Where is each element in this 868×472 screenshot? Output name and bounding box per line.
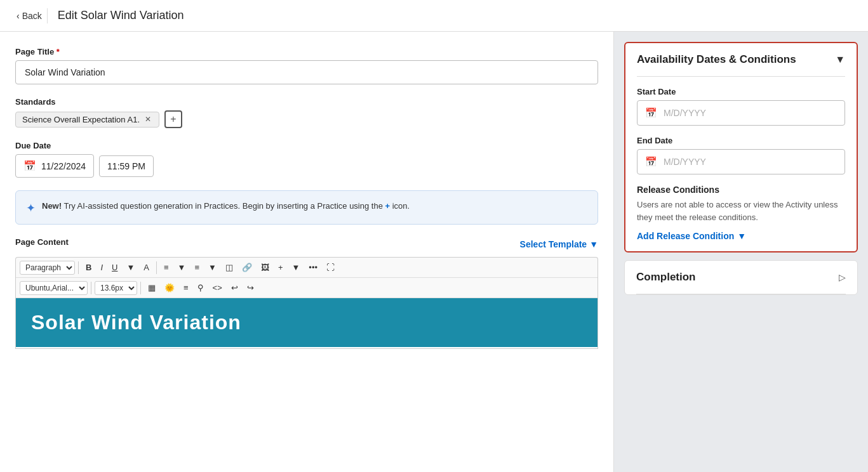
availability-card: Availability Dates & Conditions ▼ Start … [624,42,858,252]
page-content-header: Page Content Select Template ▼ [15,237,598,251]
app-header: ‹ Back Edit Solar Wind Variation [0,0,868,32]
right-panel: Availability Dates & Conditions ▼ Start … [614,32,868,472]
page-title-section: Page Title * [15,47,598,84]
paragraph-select[interactable]: Paragraph [20,261,75,275]
availability-card-header[interactable]: Availability Dates & Conditions ▼ [625,43,857,76]
left-panel: Page Title * Standards Science Overall E… [0,32,614,472]
highlight-button[interactable]: 🌞 [161,280,178,295]
editor-toolbar: Paragraph B I U ▼ A ≡ ▼ ≡ ▼ ◫ 🔗 🖼 + [15,257,598,298]
availability-chevron-down-icon: ▼ [835,54,845,65]
page-title: Edit Solar Wind Variation [58,9,184,22]
standards-row: Science Overall Expectation A1. ✕ + [15,110,598,128]
fullscreen-button[interactable]: ⛶ [323,260,338,275]
source-button[interactable]: <> [209,280,226,295]
link-button[interactable]: 🔗 [238,260,256,275]
availability-title: Availability Dates & Conditions [637,53,796,66]
more-button[interactable]: ••• [305,260,321,275]
completion-chevron-right-icon: ▷ [839,272,846,282]
italic-button[interactable]: I [97,260,107,275]
chevron-down-icon: ▼ [589,239,598,249]
due-time-picker[interactable]: 11:59 PM [99,155,154,177]
end-date-calendar-icon: 📅 [645,156,657,167]
end-date-label: End Date [637,136,845,145]
insert-button[interactable]: + [274,260,287,275]
completion-title: Completion [636,271,696,284]
list-button[interactable]: ≡ [190,260,203,275]
main-layout: Page Title * Standards Science Overall E… [0,32,868,472]
page-content-section: Page Content Select Template ▼ Paragraph… [15,237,598,349]
underline-dropdown-button[interactable]: ▼ [123,260,138,275]
standard-tag-text: Science Overall Expectation A1. [22,115,140,124]
due-date-section: Due Date 📅 11/22/2024 11:59 PM [15,141,598,178]
due-date-row: 📅 11/22/2024 11:59 PM [15,154,598,178]
format-painter-button[interactable]: ▦ [144,280,159,295]
font-color-button[interactable]: A [140,260,153,275]
toolbar-row1: Paragraph B I U ▼ A ≡ ▼ ≡ ▼ ◫ 🔗 🖼 + [16,258,598,278]
image-button[interactable]: 🖼 [257,260,273,275]
select-template-label: Select Template [520,239,587,249]
font-size-select[interactable]: 13.6px [95,281,137,295]
standards-label: Standards [15,97,598,107]
due-date-picker[interactable]: 📅 11/22/2024 [15,154,94,178]
start-date-calendar-icon: 📅 [645,107,657,119]
back-label: Back [22,11,42,21]
due-date-value: 11/22/2024 [41,161,86,171]
start-date-label: Start Date [637,87,845,96]
indent-button[interactable]: ≡ [180,280,192,295]
end-date-placeholder: M/D/YYYY [664,157,706,167]
bold-button[interactable]: B [82,260,95,275]
back-button[interactable]: ‹ Back [11,8,48,23]
editor-content-preview: Solar Wind Variation [16,298,598,347]
release-conditions-section: Release Conditions Users are not able to… [637,185,845,241]
add-release-label: Add Release Condition [637,231,734,241]
page-title-input[interactable] [15,60,598,84]
underline-button[interactable]: U [108,260,121,275]
align-dropdown-button[interactable]: ▼ [174,260,190,275]
end-date-input[interactable]: 📅 M/D/YYYY [637,149,845,174]
completion-divider [636,294,846,294]
ai-plus-link: + [385,201,391,211]
due-date-label: Due Date [15,141,598,150]
page-title-label: Page Title * [15,47,598,56]
back-arrow-icon: ‹ [17,11,20,21]
ai-text-part2: icon. [390,201,410,211]
due-time-value: 11:59 PM [107,161,145,171]
table-button[interactable]: ◫ [222,260,237,275]
release-conditions-desc: Users are not able to access or view the… [637,199,845,223]
undo-button[interactable]: ↩ [227,280,242,295]
completion-card: Completion ▷ [624,260,858,295]
standard-tag: Science Overall Expectation A1. ✕ [15,112,159,128]
ai-sparkle-icon: ✦ [26,201,36,215]
insert-dropdown-button[interactable]: ▼ [288,260,304,275]
page-content-label: Page Content [15,237,69,247]
start-date-placeholder: M/D/YYYY [664,108,706,118]
calendar-icon: 📅 [23,160,36,172]
editor-title-text: Solar Wind Variation [31,311,241,334]
accessibility-button[interactable]: ⚲ [194,280,208,295]
redo-button[interactable]: ↪ [243,280,258,295]
toolbar-row2: Ubuntu,Arial... 13.6px ▦ 🌞 ≡ ⚲ <> ↩ ↪ [16,278,598,298]
list-dropdown-button[interactable]: ▼ [204,260,220,275]
align-button[interactable]: ≡ [160,260,173,275]
add-release-chevron-icon: ▼ [737,231,746,241]
release-conditions-label: Release Conditions [637,185,845,195]
availability-body: Start Date 📅 M/D/YYYY End Date 📅 M/D/YYY… [625,77,857,251]
start-date-input[interactable]: 📅 M/D/YYYY [637,100,845,126]
add-standard-button[interactable]: + [164,110,182,128]
ai-text-part1: Try AI-assisted question generation in P… [62,201,385,211]
font-select[interactable]: Ubuntu,Arial... [20,281,88,295]
ai-new-label: New! [42,201,62,211]
completion-card-header[interactable]: Completion ▷ [625,261,857,294]
select-template-button[interactable]: Select Template ▼ [520,239,598,249]
add-release-condition-button[interactable]: Add Release Condition ▼ [637,231,746,241]
ai-banner-text: New! Try AI-assisted question generation… [42,200,410,213]
remove-standard-button[interactable]: ✕ [144,115,152,124]
editor-area[interactable]: Solar Wind Variation [15,298,598,349]
ai-banner: ✦ New! Try AI-assisted question generati… [15,190,598,225]
standards-section: Standards Science Overall Expectation A1… [15,97,598,128]
